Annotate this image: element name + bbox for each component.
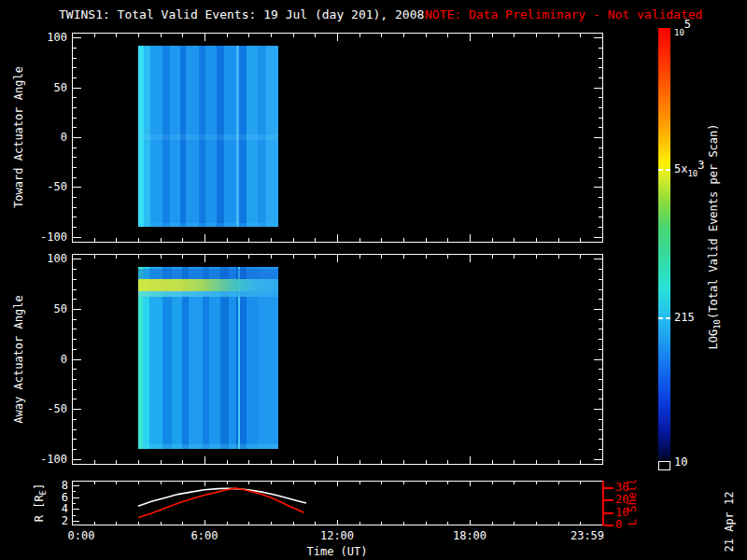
x-tick [293,238,294,242]
y-tick [599,58,602,59]
x-tick [248,460,249,464]
x-tick [359,238,360,242]
y-tick [73,389,77,390]
y-tick [599,118,602,119]
y-tick-label: -50 [26,402,67,415]
time-tick-label: 0:00 [49,529,113,542]
lshell-tick [604,512,613,514]
y-tick [599,77,602,78]
x-tick [161,522,162,525]
r-axis-label-main: R [R [33,495,46,522]
x-tick [161,482,162,484]
x-tick [72,234,73,242]
y-tick [599,177,602,178]
x-tick [315,34,316,37]
x-tick [138,255,139,259]
heatmap-away-overlay [138,269,278,279]
y-tick [594,37,602,38]
x-tick [470,520,471,525]
y-tick [73,97,77,98]
time-tick-label: 12:00 [305,529,369,542]
y-tick [599,439,602,440]
x-tick [359,522,360,525]
x-tick [470,255,471,262]
x-tick [138,460,139,464]
colorbar-tick-label-part: 3 [698,159,704,172]
heatmap-away-overlay [138,279,278,291]
x-tick [558,34,559,37]
x-tick [381,255,382,259]
x-tick [315,460,316,464]
y-tick [73,127,77,128]
y-tick [73,147,77,148]
r-tick [73,497,79,498]
x-tick [470,234,471,242]
y-tick [599,217,602,217]
r-minor-tick [73,515,76,516]
x-tick [426,522,427,525]
x-tick [293,482,294,484]
x-tick [470,456,471,464]
time-axis-label: Time (UT) [262,545,412,558]
x-tick [492,34,493,37]
y-tick [599,299,602,300]
x-tick [161,238,162,242]
y-tick [73,177,77,178]
y-tick-label: -100 [26,231,67,244]
x-tick [602,34,603,41]
x-tick [359,255,360,259]
x-tick [227,255,228,259]
y-tick [73,48,77,49]
y-tick [73,459,81,460]
x-tick [116,460,117,464]
x-tick [492,238,493,242]
x-tick [381,522,382,525]
x-tick [204,234,205,242]
x-tick [580,482,581,484]
y-tick [594,259,602,259]
y-tick [73,118,77,119]
x-tick [447,482,448,484]
x-tick [381,34,382,37]
x-tick [161,34,162,37]
colorbar-label-prefix: LOG [707,329,720,350]
lshell-tick [604,487,613,489]
colorbar-tick-label-part: 5x [674,162,687,175]
colorbar-label-suffix: (Total Valid Events per Scan) [707,123,720,319]
y-tick [73,289,77,290]
x-tick [248,482,249,484]
panel-orbit [72,481,603,525]
y-tick [73,88,81,89]
y-tick-label: 50 [26,81,67,94]
x-tick [470,482,471,486]
x-tick [72,456,73,464]
y-tick [599,339,602,340]
x-tick [536,238,537,242]
x-tick [116,522,117,525]
r-minor-tick [73,491,76,492]
y-tick [73,429,77,430]
y-tick [73,197,77,198]
y-tick [599,369,602,370]
x-tick [315,482,316,484]
x-tick [426,460,427,464]
plot-canvas: TWINS1: Total Valid Events: 19 Jul (day … [0,0,747,560]
x-tick [116,238,117,242]
y-tick [73,237,81,238]
y-tick [594,88,602,89]
x-tick [337,456,338,464]
time-tick-label: 23:59 [556,529,619,542]
y-tick [73,227,77,228]
y-tick [599,389,602,390]
x-tick [138,34,139,37]
lshell-tick-label: 30 [615,481,640,494]
y-tick [73,329,77,329]
x-tick [182,34,183,37]
x-tick [447,460,448,464]
x-tick [426,238,427,242]
x-tick [94,34,95,37]
r-axis-label-sub: E [38,490,48,495]
x-tick [470,34,471,41]
y-tick-label: 0 [26,353,67,366]
r-tick [73,521,79,522]
